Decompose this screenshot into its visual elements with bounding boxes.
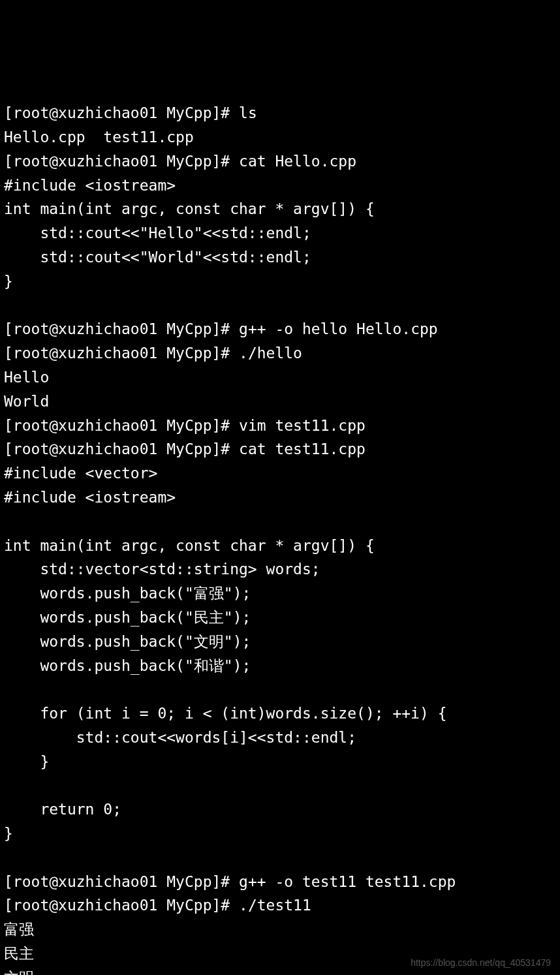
output-text: for (int i = 0; i < (int)words.size(); +… (4, 705, 447, 722)
terminal-line (4, 510, 556, 534)
shell-prompt: [root@xuzhichao01 MyCpp]# (4, 873, 239, 890)
terminal-line: std::cout<<"Hello"<<std::endl; (4, 221, 556, 245)
output-text: std::vector<std::string> words; (4, 561, 320, 578)
output-text: World (4, 393, 49, 410)
terminal-line: } (4, 270, 556, 294)
terminal-line: 富强 (4, 918, 556, 942)
output-text: } (4, 825, 13, 842)
output-text: #include <vector> (4, 465, 157, 482)
terminal-line: std::vector<std::string> words; (4, 557, 556, 581)
shell-command: g++ -o hello Hello.cpp (239, 320, 438, 337)
shell-prompt: [root@xuzhichao01 MyCpp]# (4, 417, 239, 434)
terminal-line: int main(int argc, const char * argv[]) … (4, 197, 556, 221)
output-text: } (4, 753, 49, 770)
shell-command: vim test11.cpp (239, 417, 366, 434)
terminal-line (4, 774, 556, 798)
terminal-line: Hello.cpp test11.cpp (4, 125, 556, 149)
output-text: std::cout<<"Hello"<<std::endl; (4, 224, 311, 241)
output-text: words.push_back("和谐"); (4, 657, 251, 674)
terminal-line: std::cout<<words[i]<<std::endl; (4, 726, 556, 750)
shell-command: g++ -o test11 test11.cpp (239, 873, 456, 890)
terminal-line: words.push_back("富强"); (4, 581, 556, 606)
terminal-line (4, 677, 556, 702)
terminal-line: } (4, 822, 556, 846)
terminal-line: } (4, 750, 556, 774)
terminal-line: return 0; (4, 797, 556, 822)
terminal-line: std::cout<<"World"<<std::endl; (4, 245, 556, 270)
output-text: 文明 (4, 969, 34, 975)
shell-prompt: [root@xuzhichao01 MyCpp]# (4, 441, 239, 457)
shell-command: ls (239, 104, 257, 121)
output-text: std::cout<<"World"<<std::endl; (4, 249, 311, 266)
shell-prompt: [root@xuzhichao01 MyCpp]# (4, 153, 239, 170)
output-text: } (4, 273, 13, 290)
terminal-line: int main(int argc, const char * argv[]) … (4, 534, 556, 558)
terminal-line: [root@xuzhichao01 MyCpp]# vim test11.cpp (4, 414, 556, 438)
output-text: int main(int argc, const char * argv[]) … (4, 537, 375, 554)
terminal-line: words.push_back("民主"); (4, 606, 556, 630)
terminal-line: [root@xuzhichao01 MyCpp]# ./hello (4, 341, 556, 365)
terminal-line: [root@xuzhichao01 MyCpp]# cat Hello.cpp (4, 149, 556, 174)
shell-prompt: [root@xuzhichao01 MyCpp]# (4, 320, 239, 337)
output-text: words.push_back("民主"); (4, 609, 251, 626)
terminal-line: words.push_back("和谐"); (4, 654, 556, 678)
terminal-line (4, 846, 556, 870)
output-text (4, 681, 13, 698)
shell-prompt: [root@xuzhichao01 MyCpp]# (4, 104, 239, 121)
output-text: int main(int argc, const char * argv[]) … (4, 200, 375, 217)
terminal-output[interactable]: [root@xuzhichao01 MyCpp]# lsHello.cpp te… (4, 101, 556, 975)
shell-prompt: [root@xuzhichao01 MyCpp]# (4, 345, 239, 362)
terminal-line: [root@xuzhichao01 MyCpp]# ./test11 (4, 893, 556, 918)
terminal-line: [root@xuzhichao01 MyCpp]# g++ -o test11 … (4, 870, 556, 894)
output-text: 富强 (4, 921, 34, 938)
output-text (4, 777, 13, 794)
terminal-line: for (int i = 0; i < (int)words.size(); +… (4, 702, 556, 726)
output-text (4, 849, 13, 866)
output-text (4, 513, 13, 530)
output-text: 民主 (4, 945, 34, 962)
output-text: Hello.cpp test11.cpp (4, 129, 194, 146)
terminal-line: #include <iostream> (4, 174, 556, 198)
terminal-line: words.push_back("文明"); (4, 630, 556, 654)
output-text: #include <iostream> (4, 489, 176, 506)
terminal-line: [root@xuzhichao01 MyCpp]# ls (4, 101, 556, 125)
shell-command: cat test11.cpp (239, 441, 366, 457)
shell-command: cat Hello.cpp (239, 153, 356, 170)
shell-command: ./test11 (239, 897, 311, 914)
output-text: words.push_back("文明"); (4, 633, 251, 650)
terminal-line: [root@xuzhichao01 MyCpp]# g++ -o hello H… (4, 317, 556, 341)
output-text (4, 297, 13, 314)
shell-prompt: [root@xuzhichao01 MyCpp]# (4, 897, 239, 914)
terminal-line: Hello (4, 365, 556, 390)
terminal-line: #include <iostream> (4, 486, 556, 510)
terminal-line: [root@xuzhichao01 MyCpp]# cat test11.cpp (4, 437, 556, 461)
watermark-text: https://blog.csdn.net/qq_40531479 (411, 955, 551, 970)
output-text: return 0; (4, 801, 121, 818)
shell-command: ./hello (239, 345, 302, 362)
terminal-line: World (4, 390, 556, 414)
terminal-line: #include <vector> (4, 461, 556, 486)
output-text: std::cout<<words[i]<<std::endl; (4, 729, 356, 746)
terminal-line (4, 294, 556, 318)
output-text: words.push_back("富强"); (4, 585, 251, 602)
output-text: Hello (4, 369, 49, 386)
output-text: #include <iostream> (4, 177, 176, 194)
